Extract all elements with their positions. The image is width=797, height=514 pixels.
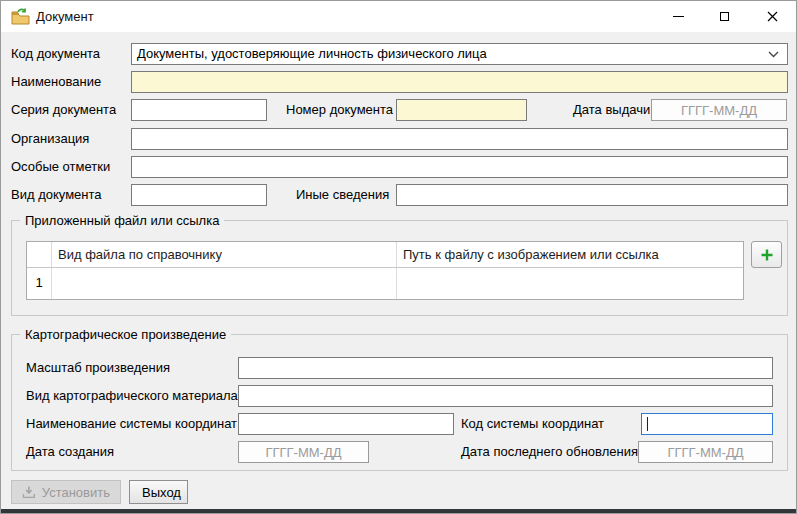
series-field[interactable] bbox=[131, 99, 267, 121]
coord-system-name-label: Наименование системы координат bbox=[26, 413, 237, 435]
cartographic-group-title: Картографическое произведение bbox=[20, 326, 231, 343]
maximize-button[interactable] bbox=[701, 1, 747, 32]
series-label: Серия документа bbox=[11, 99, 116, 121]
other-info-label: Иные сведения bbox=[296, 184, 389, 206]
last-update-date-label: Дата последнего обновления bbox=[461, 441, 638, 463]
text-caret bbox=[647, 417, 648, 431]
attachment-table: Вид файла по справочнику Путь к файлу с … bbox=[26, 241, 744, 300]
doc-code-combobox[interactable]: Документы, удостоверяющие личность физич… bbox=[131, 43, 788, 65]
doc-code-value: Документы, удостоверяющие личность физич… bbox=[137, 46, 487, 61]
close-button[interactable] bbox=[749, 1, 795, 32]
special-marks-field[interactable] bbox=[131, 156, 788, 178]
table-header-file-path: Путь к файлу с изображением или ссылка bbox=[397, 242, 743, 268]
chevron-down-icon bbox=[768, 51, 779, 58]
creation-date-label: Дата создания bbox=[26, 441, 114, 463]
add-row-button[interactable] bbox=[751, 241, 782, 268]
doc-kind-label: Вид документа bbox=[11, 184, 102, 206]
install-button[interactable]: Установить bbox=[11, 480, 121, 504]
window-bottom-edge bbox=[1, 509, 796, 513]
material-kind-field[interactable] bbox=[238, 385, 773, 407]
document-dialog: Документ Код документа Документы, удосто… bbox=[0, 0, 797, 514]
table-row-number[interactable]: 1 bbox=[27, 268, 52, 299]
special-marks-label: Особые отметки bbox=[11, 156, 110, 178]
issue-date-field[interactable] bbox=[651, 99, 787, 121]
other-info-field[interactable] bbox=[396, 184, 788, 206]
last-update-date-field[interactable] bbox=[638, 441, 773, 463]
name-field[interactable] bbox=[131, 71, 788, 93]
doc-code-label: Код документа bbox=[11, 43, 100, 65]
table-cell-file-path[interactable] bbox=[397, 268, 743, 299]
install-tray-icon bbox=[22, 485, 36, 499]
coord-system-name-field[interactable] bbox=[238, 413, 454, 435]
titlebar[interactable]: Документ bbox=[1, 1, 796, 32]
exit-button-label: Выход bbox=[142, 485, 181, 500]
folder-sync-icon bbox=[11, 8, 30, 25]
scale-label: Масштаб произведения bbox=[26, 357, 170, 379]
number-field[interactable] bbox=[396, 99, 527, 121]
exit-button[interactable]: Выход bbox=[129, 480, 188, 504]
number-label: Номер документа bbox=[286, 99, 393, 121]
table-header-file-kind: Вид файла по справочнику bbox=[52, 242, 397, 268]
minimize-button[interactable] bbox=[655, 1, 701, 32]
issue-date-label: Дата выдачи bbox=[573, 99, 650, 121]
doc-kind-field[interactable] bbox=[131, 184, 267, 206]
plus-icon bbox=[760, 248, 774, 262]
maximize-icon bbox=[720, 12, 729, 21]
name-label: Наименование bbox=[11, 71, 101, 93]
close-icon bbox=[767, 11, 778, 22]
organization-field[interactable] bbox=[131, 128, 788, 150]
material-kind-label: Вид картографического материала bbox=[26, 385, 238, 407]
coord-system-code-label: Код системы координат bbox=[461, 413, 604, 435]
creation-date-field[interactable] bbox=[238, 441, 369, 463]
minimize-icon bbox=[673, 16, 684, 17]
table-corner-cell bbox=[27, 242, 52, 268]
table-cell-file-kind[interactable] bbox=[52, 268, 397, 299]
coord-system-code-field[interactable] bbox=[641, 413, 773, 435]
scale-field[interactable] bbox=[238, 357, 773, 379]
install-button-label: Установить bbox=[42, 485, 110, 500]
organization-label: Организация bbox=[11, 128, 89, 150]
window-title: Документ bbox=[36, 1, 94, 32]
attachment-group-title: Приложенный файл или ссылка bbox=[20, 212, 224, 229]
